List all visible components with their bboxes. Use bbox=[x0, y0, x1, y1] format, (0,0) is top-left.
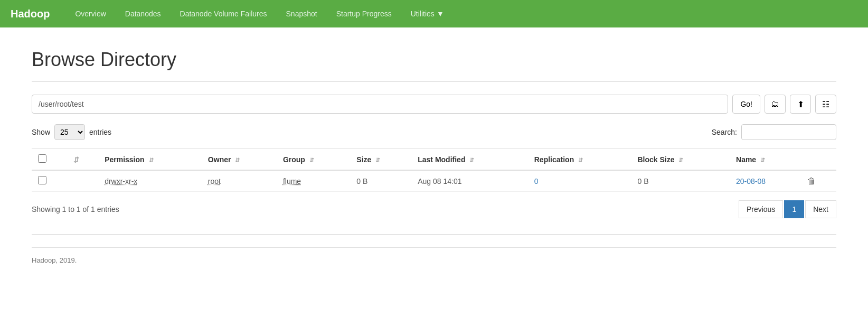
last-modified-sort-icon: ⇵ bbox=[469, 157, 474, 163]
size-sort-icon: ⇵ bbox=[375, 157, 380, 163]
replication-sort-icon: ⇵ bbox=[578, 157, 583, 163]
navbar: Hadoop Overview Datanodes Datanode Volum… bbox=[0, 0, 868, 27]
navbar-brand[interactable]: Hadoop bbox=[11, 8, 50, 20]
col-last-modified[interactable]: Last Modified ⇵ bbox=[411, 149, 528, 171]
nav-item-datanode-volume-failures[interactable]: Datanode Volume Failures bbox=[171, 2, 277, 26]
showing-text: Showing 1 to 1 of 1 entries bbox=[32, 205, 119, 213]
entries-select[interactable]: 10 25 50 100 bbox=[54, 124, 85, 140]
owner-sort-icon: ⇵ bbox=[235, 157, 240, 163]
path-input[interactable] bbox=[32, 95, 728, 114]
col-owner[interactable]: Owner ⇵ bbox=[202, 149, 277, 171]
nav-item-snapshot[interactable]: Snapshot bbox=[277, 2, 327, 26]
search-right: Search: bbox=[712, 124, 836, 140]
next-button[interactable]: Next bbox=[805, 200, 836, 218]
nav-item-startup-progress[interactable]: Startup Progress bbox=[327, 2, 401, 26]
folder-icon: 🗂 bbox=[771, 99, 779, 109]
search-label: Search: bbox=[712, 128, 737, 136]
block-size-sort-icon: ⇵ bbox=[678, 157, 683, 163]
nav-item-overview[interactable]: Overview bbox=[65, 2, 115, 26]
row-permission: drwxr-xr-x bbox=[98, 170, 202, 192]
show-label: Show bbox=[32, 128, 50, 136]
main-content: Browse Directory Go! 🗂 ⬆ ☷ Show 10 25 50… bbox=[0, 27, 868, 285]
col-sort: ⇵ bbox=[67, 149, 98, 171]
nav-item-datanodes[interactable]: Datanodes bbox=[116, 2, 171, 26]
col-block-size[interactable]: Block Size ⇵ bbox=[631, 149, 730, 171]
row-checkbox[interactable] bbox=[38, 176, 46, 184]
page-1-button[interactable]: 1 bbox=[784, 200, 804, 218]
name-sort-icon: ⇵ bbox=[760, 157, 765, 163]
row-owner: root bbox=[202, 170, 277, 192]
permission-sort-icon: ⇵ bbox=[149, 157, 154, 163]
entries-label: entries bbox=[89, 128, 111, 136]
table-body: drwxr-xr-x root flume 0 B Aug 08 14:01 0… bbox=[32, 170, 836, 192]
pagination: Previous 1 Next bbox=[739, 200, 836, 218]
col-checkbox bbox=[32, 149, 67, 171]
show-entries-row: Show 10 25 50 100 entries Search: bbox=[32, 124, 836, 140]
page-title: Browse Directory bbox=[32, 49, 836, 71]
row-block-size: 0 B bbox=[631, 170, 730, 192]
footer-divider bbox=[32, 234, 836, 235]
nav-items: Overview Datanodes Datanode Volume Failu… bbox=[65, 2, 453, 26]
replication-link[interactable]: 0 bbox=[534, 177, 539, 185]
row-sort-cell bbox=[67, 170, 98, 192]
row-name: 20-08-08 bbox=[730, 170, 801, 192]
group-sort-icon: ⇵ bbox=[309, 157, 314, 163]
path-row: Go! 🗂 ⬆ ☷ bbox=[32, 95, 836, 114]
row-replication: 0 bbox=[528, 170, 631, 192]
nav-item-utilities[interactable]: Utilities ▼ bbox=[401, 2, 454, 26]
show-entries-left: Show 10 25 50 100 entries bbox=[32, 124, 111, 140]
delete-button[interactable]: 🗑 bbox=[807, 177, 816, 186]
previous-button[interactable]: Previous bbox=[739, 200, 783, 218]
title-divider bbox=[32, 81, 836, 82]
table-row: drwxr-xr-x root flume 0 B Aug 08 14:01 0… bbox=[32, 170, 836, 192]
list-button[interactable]: ☷ bbox=[815, 95, 836, 114]
row-group: flume bbox=[277, 170, 350, 192]
select-all-checkbox[interactable] bbox=[38, 154, 46, 163]
footer: Hadoop, 2019. bbox=[32, 247, 836, 264]
directory-table: ⇵ Permission ⇵ Owner ⇵ Group ⇵ Size ⇵ bbox=[32, 148, 836, 192]
col-replication[interactable]: Replication ⇵ bbox=[528, 149, 631, 171]
col-actions bbox=[801, 149, 836, 171]
table-header-row: ⇵ Permission ⇵ Owner ⇵ Group ⇵ Size ⇵ bbox=[32, 149, 836, 171]
go-button[interactable]: Go! bbox=[732, 95, 760, 114]
footer-text: Hadoop, 2019. bbox=[32, 256, 77, 264]
col-size[interactable]: Size ⇵ bbox=[350, 149, 411, 171]
search-input[interactable] bbox=[741, 124, 836, 140]
upload-icon: ⬆ bbox=[797, 99, 804, 109]
row-delete: 🗑 bbox=[801, 170, 836, 192]
row-checkbox-cell bbox=[32, 170, 67, 192]
list-icon: ☷ bbox=[822, 99, 829, 109]
col-name[interactable]: Name ⇵ bbox=[730, 149, 801, 171]
table-header: ⇵ Permission ⇵ Owner ⇵ Group ⇵ Size ⇵ bbox=[32, 149, 836, 171]
pagination-row: Showing 1 to 1 of 1 entries Previous 1 N… bbox=[32, 200, 836, 218]
name-link[interactable]: 20-08-08 bbox=[736, 177, 766, 185]
row-size: 0 B bbox=[350, 170, 411, 192]
upload-button[interactable]: ⬆ bbox=[790, 95, 811, 114]
col-group[interactable]: Group ⇵ bbox=[277, 149, 350, 171]
col-permission[interactable]: Permission ⇵ bbox=[98, 149, 202, 171]
row-last-modified: Aug 08 14:01 bbox=[411, 170, 528, 192]
sort-icon: ⇵ bbox=[73, 156, 79, 164]
dropdown-arrow-icon: ▼ bbox=[437, 10, 444, 18]
folder-button[interactable]: 🗂 bbox=[765, 95, 786, 114]
